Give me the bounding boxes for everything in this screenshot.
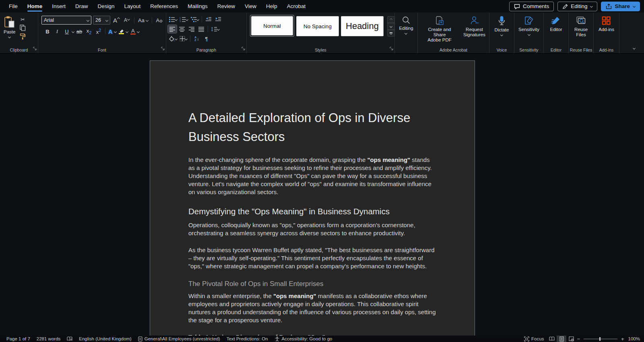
bold-button[interactable]: B	[43, 27, 52, 35]
strikethrough-button[interactable]: ab	[75, 27, 84, 35]
read-mode-button[interactable]	[547, 336, 557, 342]
eraser-icon	[160, 20, 163, 23]
text-highlight-button[interactable]	[118, 27, 129, 35]
font-dialog-launcher[interactable]	[161, 45, 165, 52]
styles-more-button[interactable]	[387, 30, 395, 37]
bullets-button[interactable]	[168, 15, 178, 23]
menu-view[interactable]: View	[240, 0, 261, 12]
cut-button[interactable]: ✂	[18, 15, 27, 23]
superscript-button[interactable]: x2	[94, 27, 103, 35]
shading-button[interactable]	[168, 35, 178, 43]
style-no-spacing[interactable]: No Spacing	[296, 16, 339, 36]
copy-button[interactable]	[18, 24, 27, 32]
print-layout-button[interactable]	[557, 336, 566, 342]
request-signatures-button[interactable]: Request Signatures	[461, 15, 487, 46]
styles-dialog-launcher[interactable]	[390, 45, 393, 52]
format-painter-button[interactable]	[18, 32, 27, 40]
italic-button[interactable]: I	[53, 27, 62, 35]
menu-layout[interactable]: Layout	[120, 0, 146, 12]
align-center-button[interactable]	[178, 25, 186, 33]
font-size-combo[interactable]: 26	[93, 16, 110, 25]
multilevel-list-button[interactable]	[190, 15, 200, 23]
chevron-down-icon	[186, 18, 188, 21]
text-effects-button[interactable]: A	[107, 27, 117, 35]
create-share-pdf-button[interactable]: Create and Share Adobe PDF	[419, 15, 460, 46]
align-right-button[interactable]	[187, 25, 196, 33]
justify-icon	[198, 27, 204, 32]
shrink-font-button[interactable]: A	[122, 16, 131, 24]
language-indicator[interactable]: English (United Kingdom)	[76, 336, 134, 341]
accessibility-status[interactable]: Accessibility: Good to go	[271, 336, 336, 342]
focus-mode-button[interactable]: Focus	[521, 336, 547, 342]
menu-file[interactable]: File	[4, 0, 23, 12]
menu-draw[interactable]: Draw	[70, 0, 93, 12]
zoom-slider-thumb[interactable]	[599, 337, 601, 341]
proofing-icon	[67, 336, 72, 341]
share-icon	[606, 4, 612, 9]
sensitivity-button[interactable]: Sensitivity	[516, 15, 541, 46]
sensitivity-indicator[interactable]: General\All Employees (unrestricted)	[135, 336, 223, 342]
style-heading[interactable]: Heading	[341, 16, 384, 36]
web-layout-icon	[569, 336, 574, 342]
menu-acrobat[interactable]: Acrobat	[282, 0, 311, 12]
menu-review[interactable]: Review	[213, 0, 240, 12]
web-layout-button[interactable]	[566, 336, 576, 342]
addins-button[interactable]: Add-ins	[597, 15, 616, 46]
borders-button[interactable]	[179, 35, 188, 43]
align-left-button[interactable]	[168, 25, 177, 33]
menu-help[interactable]: Help	[261, 0, 282, 12]
paragraph-dialog-launcher[interactable]	[242, 45, 245, 52]
collapse-ribbon-chevron[interactable]	[633, 47, 636, 50]
paste-button[interactable]: Paste	[2, 15, 17, 46]
editing-mode-button[interactable]: Editing	[557, 2, 597, 11]
show-formatting-button[interactable]: ¶	[202, 35, 211, 43]
font-family-combo[interactable]: Arial	[41, 16, 91, 25]
numbering-button[interactable]: 123	[179, 15, 189, 23]
sort-button[interactable]: AZ ↓	[192, 35, 201, 43]
menu-home[interactable]: Home	[23, 0, 47, 12]
document-page[interactable]: A Detailed Exploration of Ops in Diverse…	[150, 60, 475, 336]
ribbon-group-editing: Editing	[395, 12, 418, 53]
print-layout-icon	[559, 336, 564, 342]
svg-text:3: 3	[180, 21, 181, 22]
text-predictions-indicator[interactable]: Text Predictions: On	[223, 336, 271, 341]
editing-button[interactable]: Editing	[397, 15, 415, 46]
share-button[interactable]: Share	[601, 2, 640, 11]
menu-insert[interactable]: Insert	[47, 0, 70, 12]
proofing-status[interactable]	[64, 336, 76, 341]
style-normal[interactable]: Normal	[250, 15, 294, 37]
document-canvas: A Detailed Exploration of Ops in Diverse…	[0, 54, 644, 336]
chevron-down-icon	[527, 33, 530, 36]
editor-button[interactable]: Editor	[548, 15, 564, 46]
ribbon-group-font: Arial 26 A A Aa A B I U ab x2 x2 A	[38, 12, 166, 53]
zoom-slider[interactable]	[584, 339, 617, 339]
font-color-button[interactable]: A	[130, 27, 140, 35]
page-indicator[interactable]: Page 1 of 7	[3, 336, 33, 341]
word-count[interactable]: 2281 words	[33, 336, 64, 341]
decrease-indent-button[interactable]	[204, 15, 213, 23]
reuse-files-button[interactable]: Reuse Files	[572, 15, 590, 46]
dictate-button[interactable]: Dictate	[493, 15, 511, 46]
clipboard-dialog-launcher[interactable]	[33, 45, 37, 52]
menu-references[interactable]: References	[145, 0, 183, 12]
chevron-down-icon[interactable]	[72, 30, 74, 33]
zoom-in-button[interactable]: +	[620, 336, 625, 342]
zoom-level[interactable]: 100%	[625, 336, 641, 341]
change-case-button[interactable]: Aa	[137, 16, 149, 24]
scissors-icon: ✂	[21, 17, 25, 23]
title-bar: File Home Insert Draw Design Layout Refe…	[0, 0, 644, 12]
styles-scroll-up[interactable]	[387, 16, 395, 23]
chevron-down-icon	[105, 19, 108, 21]
menu-design[interactable]: Design	[93, 0, 120, 12]
zoom-out-button[interactable]: −	[576, 336, 581, 342]
underline-button[interactable]: U	[62, 27, 71, 35]
subscript-button[interactable]: x2	[85, 27, 93, 35]
styles-scroll-down[interactable]	[387, 23, 395, 30]
line-spacing-button[interactable]	[210, 25, 220, 33]
increase-indent-button[interactable]	[214, 15, 223, 23]
menu-mailings[interactable]: Mailings	[183, 0, 213, 12]
comments-button[interactable]: Comments	[509, 2, 554, 11]
grow-font-button[interactable]: A	[112, 16, 121, 24]
justify-button[interactable]	[197, 25, 206, 33]
clear-formatting-button[interactable]: A	[155, 16, 164, 24]
